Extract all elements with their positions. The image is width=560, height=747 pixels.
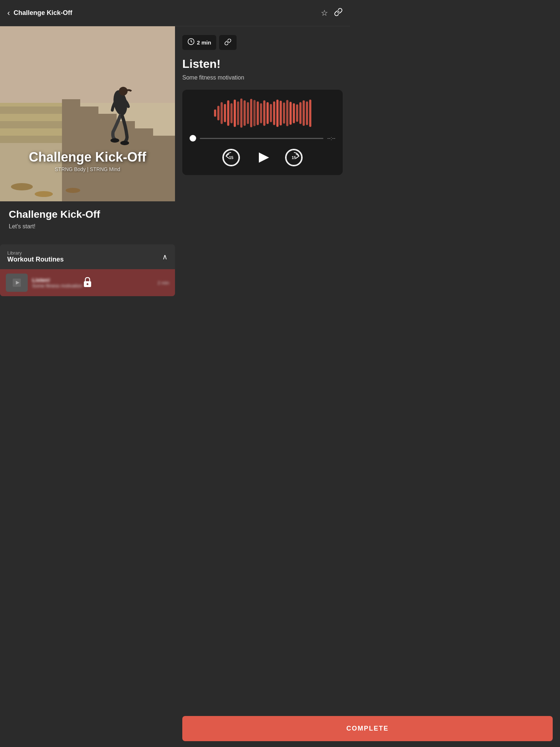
hero-image: Challenge Kick-Off STRNG Body | STRNG Mi… bbox=[0, 26, 175, 201]
listen-title: Listen! bbox=[182, 57, 343, 71]
waveform-bar bbox=[299, 102, 302, 124]
locked-item-title: Listen! bbox=[32, 277, 153, 283]
content-title: Challenge Kick-Off bbox=[9, 209, 166, 220]
progress-track[interactable] bbox=[200, 138, 323, 139]
play-button[interactable] bbox=[254, 150, 271, 166]
header: ‹ Challenge Kick-Off ☆ bbox=[0, 0, 350, 26]
waveform-bar bbox=[230, 103, 233, 123]
back-arrow-icon: ‹ bbox=[7, 8, 10, 18]
svg-text:15: 15 bbox=[229, 155, 233, 160]
svg-point-16 bbox=[35, 191, 53, 197]
content-subtitle: Let's start! bbox=[9, 223, 166, 230]
link-badge[interactable] bbox=[219, 35, 237, 50]
main-content: Challenge Kick-Off STRNG Body | STRNG Mi… bbox=[0, 26, 350, 296]
waveform-bar bbox=[276, 100, 279, 127]
bookmark-button[interactable]: ☆ bbox=[321, 8, 328, 18]
meta-badges: 2 min bbox=[182, 35, 343, 50]
waveform-bar bbox=[293, 103, 295, 123]
link-icon bbox=[334, 9, 343, 18]
waveform-bar bbox=[257, 101, 259, 125]
content-below-hero: Challenge Kick-Off Let's start! bbox=[0, 201, 175, 237]
waveform-bar bbox=[273, 101, 275, 125]
link-badge-icon bbox=[224, 38, 232, 47]
waveform-bar bbox=[260, 103, 262, 123]
duration-label: 2 min bbox=[197, 39, 211, 46]
waveform-bar bbox=[224, 104, 226, 122]
locked-info: Listen! Some fitness motivation bbox=[32, 277, 153, 289]
audio-player: --:-- 15 bbox=[182, 90, 343, 175]
hero-title: Challenge Kick-Off bbox=[0, 150, 175, 165]
waveform-bar bbox=[234, 100, 236, 127]
bookmark-icon: ☆ bbox=[321, 8, 328, 18]
waveform-bar bbox=[309, 100, 311, 127]
hero-subtitle: STRNG Body | STRNG Mind bbox=[0, 166, 175, 172]
waveform-bar bbox=[306, 101, 308, 125]
svg-point-17 bbox=[66, 188, 80, 193]
waveform-bar bbox=[221, 102, 223, 124]
svg-point-20 bbox=[110, 138, 119, 143]
listen-desc: Some fitness motivation bbox=[182, 74, 343, 81]
waveform-bar bbox=[217, 106, 219, 120]
locked-thumbnail bbox=[6, 274, 28, 292]
waveform-bar bbox=[303, 100, 305, 126]
header-left: ‹ Challenge Kick-Off bbox=[7, 8, 72, 18]
library-header[interactable]: Library Workout Routines ∧ bbox=[0, 244, 175, 269]
duration-badge: 2 min bbox=[182, 35, 216, 50]
waveform-bar bbox=[244, 100, 246, 126]
waveform-bar bbox=[283, 102, 285, 124]
progress-bar[interactable]: --:-- bbox=[190, 135, 335, 142]
lock-icon-container bbox=[82, 276, 93, 289]
header-right: ☆ bbox=[321, 8, 343, 19]
library-section: Library Workout Routines ∧ Listen! Some … bbox=[0, 244, 175, 296]
svg-point-21 bbox=[120, 141, 129, 145]
locked-item-subtitle: Some fitness motivation bbox=[32, 283, 153, 289]
back-button[interactable]: ‹ bbox=[7, 8, 10, 18]
waveform-bar bbox=[253, 100, 256, 126]
waveform bbox=[190, 98, 335, 128]
header-title: Challenge Kick-Off bbox=[13, 9, 72, 17]
library-title: Workout Routines bbox=[7, 256, 64, 263]
svg-rect-8 bbox=[0, 26, 175, 103]
svg-text:15: 15 bbox=[292, 155, 296, 160]
waveform-bar bbox=[270, 104, 272, 122]
right-column: 2 min Listen! Some fitness motivation bbox=[175, 26, 350, 228]
waveform-bar bbox=[250, 99, 252, 127]
left-column: Challenge Kick-Off STRNG Body | STRNG Mi… bbox=[0, 26, 175, 296]
waveform-bar bbox=[296, 104, 298, 122]
waveform-bar bbox=[289, 102, 292, 125]
svg-point-15 bbox=[11, 183, 33, 190]
progress-thumb[interactable] bbox=[190, 135, 196, 142]
svg-point-25 bbox=[87, 283, 89, 285]
waveform-bar bbox=[286, 100, 288, 126]
svg-marker-29 bbox=[259, 152, 269, 163]
staircase-background bbox=[0, 26, 175, 201]
rewind-button[interactable]: 15 bbox=[222, 149, 240, 166]
waveform-bar bbox=[247, 102, 249, 124]
player-controls: 15 15 bbox=[190, 149, 335, 166]
waveform-bar bbox=[267, 102, 269, 124]
library-label: Library bbox=[7, 250, 64, 256]
waveform-bar bbox=[280, 101, 282, 125]
waveform-bar bbox=[263, 100, 265, 126]
locked-item[interactable]: Listen! Some fitness motivation 2 min bbox=[0, 269, 175, 296]
time-display: --:-- bbox=[327, 135, 335, 141]
clock-icon bbox=[187, 38, 195, 47]
waveform-bar bbox=[240, 98, 242, 128]
waveform-bar bbox=[214, 109, 216, 117]
share-link-button[interactable] bbox=[334, 8, 343, 19]
hero-overlay: Challenge Kick-Off STRNG Body | STRNG Mi… bbox=[0, 150, 175, 172]
locked-duration: 2 min bbox=[158, 280, 169, 286]
waveform-bar bbox=[237, 101, 239, 125]
forward-button[interactable]: 15 bbox=[285, 149, 303, 166]
chevron-up-icon: ∧ bbox=[162, 252, 168, 261]
waveform-bar bbox=[227, 100, 229, 126]
lock-icon bbox=[82, 276, 93, 288]
library-text: Library Workout Routines bbox=[7, 250, 64, 263]
